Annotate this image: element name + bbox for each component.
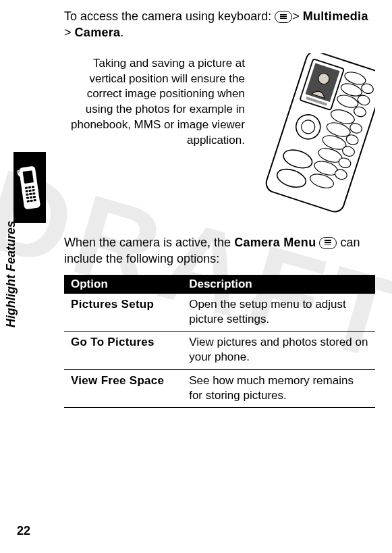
nav-sep: >	[64, 26, 75, 39]
table-row: View Free Space See how much memory rema…	[64, 369, 375, 407]
table-header-option: Option	[64, 275, 182, 294]
tip-and-illustration-row: Taking and saving a picture at vertical …	[64, 53, 375, 215]
nav-camera: Camera	[75, 26, 121, 39]
camera-menu-label: Camera Menu	[234, 236, 316, 249]
option-name: Pictures Setup	[64, 294, 182, 332]
nav-multimedia: Multimedia	[303, 9, 368, 23]
vertical-picture-tip: Taking and saving a picture at vertical …	[64, 53, 245, 149]
access-camera-paragraph: To access the camera using keyboard: > M…	[64, 8, 375, 41]
option-description: Open the setup menu to adjust picture se…	[182, 294, 375, 332]
option-name: View Free Space	[64, 369, 182, 407]
option-description: View pictures and photos stored on your …	[182, 332, 375, 369]
phone-illustration	[257, 53, 375, 215]
menu-key-icon	[275, 11, 292, 23]
table-row: Go To Pictures View pictures and photos …	[64, 332, 375, 369]
camera-menu-prefix: When the camera is active, the	[64, 236, 234, 249]
camera-options-table: Option Description Pictures Setup Open t…	[64, 275, 375, 408]
table-header-description: Description	[182, 275, 375, 294]
camera-menu-paragraph: When the camera is active, the Camera Me…	[64, 234, 375, 267]
table-row: Pictures Setup Open the setup menu to ad…	[64, 294, 375, 332]
intro-suffix: .	[120, 26, 123, 39]
option-name: Go To Pictures	[64, 332, 182, 369]
menu-key-icon	[319, 237, 337, 249]
intro-prefix: To access the camera using keyboard:	[64, 9, 275, 23]
option-description: See how much memory remains for storing …	[182, 369, 375, 407]
page-content: To access the camera using keyboard: > M…	[0, 0, 392, 553]
